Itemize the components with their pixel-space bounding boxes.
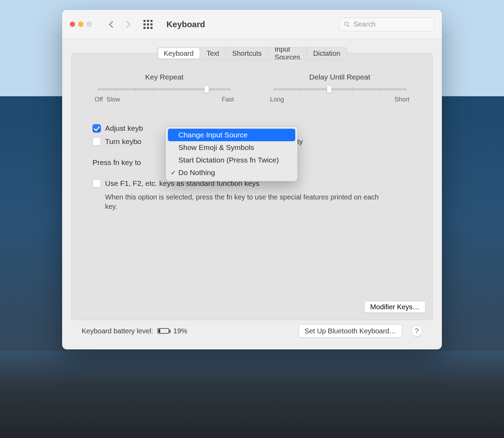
delay-captions: Long Short bbox=[270, 96, 409, 103]
tab-dictation[interactable]: Dictation bbox=[307, 47, 347, 59]
popup-item-do-nothing[interactable]: ✓ Do Nothing bbox=[168, 166, 295, 179]
svg-line-1 bbox=[348, 25, 349, 27]
delay-long: Long bbox=[270, 96, 284, 103]
desktop-wallpaper bbox=[0, 351, 504, 438]
help-button[interactable]: ? bbox=[411, 325, 422, 337]
close-window-button[interactable] bbox=[70, 22, 75, 27]
search-field[interactable]: Search bbox=[339, 17, 434, 31]
key-repeat-captions: Off Slow Fast bbox=[95, 96, 234, 103]
delay-repeat-label: Delay Until Repeat bbox=[268, 73, 412, 81]
sliders-row: Key Repeat Off Slow Fast bbox=[92, 73, 412, 103]
popup-item-label: Change Input Source bbox=[178, 131, 247, 139]
tab-input-sources[interactable]: Input Sources bbox=[268, 47, 307, 59]
key-repeat-slow: Slow bbox=[106, 96, 120, 103]
modifier-keys-label: Modifier Keys… bbox=[370, 303, 420, 311]
popup-item-label: Do Nothing bbox=[178, 168, 215, 177]
window-traffic-lights bbox=[70, 22, 92, 27]
fn-key-action-popup: Change Input Source Show Emoji & Symbols… bbox=[165, 126, 298, 181]
body-area: Keyboard Text Shortcuts Input Sources Di… bbox=[62, 39, 442, 349]
battery-percent: 19% bbox=[173, 327, 187, 335]
help-icon: ? bbox=[415, 327, 418, 335]
modifier-keys-button[interactable]: Modifier Keys… bbox=[364, 301, 425, 313]
battery-icon bbox=[157, 328, 169, 334]
delay-short: Short bbox=[394, 96, 409, 103]
nav-arrows bbox=[110, 22, 129, 27]
key-repeat-fast: Fast bbox=[222, 96, 234, 103]
footer: Keyboard battery level: 19% Set Up Bluet… bbox=[71, 320, 433, 342]
key-repeat-slider[interactable] bbox=[98, 88, 230, 90]
tab-text[interactable]: Text bbox=[200, 47, 226, 59]
backlight-off-checkbox[interactable] bbox=[92, 137, 101, 146]
window-title: Keyboard bbox=[166, 20, 205, 29]
adjust-brightness-checkbox[interactable] bbox=[92, 124, 101, 133]
back-button-icon[interactable] bbox=[109, 21, 116, 28]
delay-repeat-knob[interactable] bbox=[327, 85, 332, 93]
popup-item-change-input-source[interactable]: Change Input Source bbox=[168, 129, 295, 141]
key-repeat-group: Key Repeat Off Slow Fast bbox=[92, 73, 236, 103]
checkmark-icon: ✓ bbox=[171, 169, 176, 176]
press-fn-label: Press fn key to bbox=[92, 158, 141, 167]
key-repeat-knob[interactable] bbox=[204, 85, 209, 93]
setup-bluetooth-label: Set Up Bluetooth Keyboard… bbox=[305, 327, 396, 335]
key-repeat-off: Off bbox=[95, 96, 103, 103]
forward-button-icon[interactable] bbox=[124, 21, 131, 28]
tab-panel: Keyboard Text Shortcuts Input Sources Di… bbox=[71, 53, 433, 320]
popup-item-label: Start Dictation (Press fn Twice) bbox=[178, 156, 279, 164]
tab-shortcuts[interactable]: Shortcuts bbox=[226, 47, 268, 59]
setup-bluetooth-button[interactable]: Set Up Bluetooth Keyboard… bbox=[299, 324, 402, 338]
search-icon bbox=[344, 21, 350, 28]
fn-keys-checkbox[interactable] bbox=[92, 179, 101, 188]
fn-keys-desc: When this option is selected, press the … bbox=[105, 192, 391, 211]
svg-point-0 bbox=[344, 22, 348, 26]
adjust-brightness-label: Adjust keyb bbox=[105, 124, 143, 133]
system-preferences-window: Keyboard Search Keyboard Text Shortcuts … bbox=[62, 10, 442, 349]
delay-repeat-slider[interactable] bbox=[274, 88, 406, 90]
minimize-window-button[interactable] bbox=[78, 22, 83, 27]
search-placeholder: Search bbox=[354, 20, 376, 28]
popup-item-start-dictation[interactable]: Start Dictation (Press fn Twice) bbox=[168, 154, 295, 166]
battery-label: Keyboard battery level: bbox=[82, 327, 153, 335]
key-repeat-label: Key Repeat bbox=[92, 73, 236, 81]
backlight-off-label-left: Turn keybo bbox=[105, 137, 141, 146]
show-all-prefs-icon[interactable] bbox=[143, 20, 153, 29]
popup-item-label: Show Emoji & Symbols bbox=[178, 143, 254, 152]
tabs-bar: Keyboard Text Shortcuts Input Sources Di… bbox=[157, 47, 347, 60]
titlebar: Keyboard Search bbox=[62, 10, 442, 39]
tab-keyboard[interactable]: Keyboard bbox=[158, 48, 200, 59]
zoom-window-button[interactable] bbox=[87, 22, 92, 27]
popup-item-show-emoji[interactable]: Show Emoji & Symbols bbox=[168, 141, 295, 154]
delay-repeat-group: Delay Until Repeat Long Short bbox=[268, 73, 412, 103]
